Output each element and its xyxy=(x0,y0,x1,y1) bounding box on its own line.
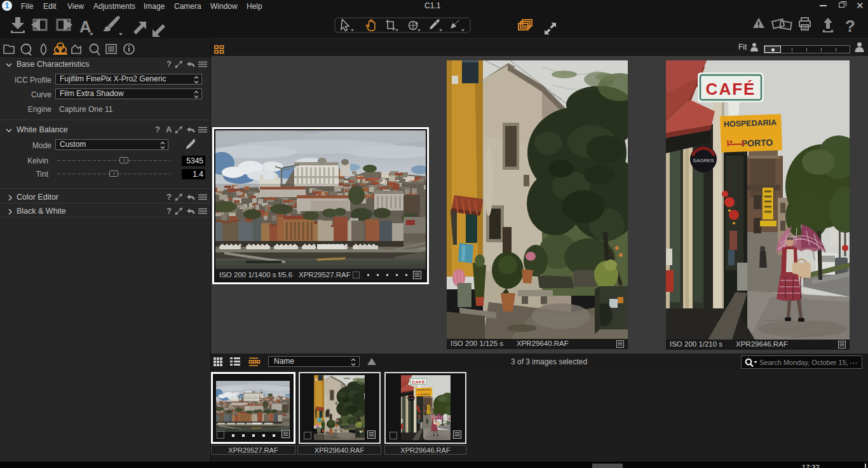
svg-text:?: ? xyxy=(166,192,172,202)
svg-text:CAFÉ: CAFÉ xyxy=(412,379,425,383)
svg-text:?: ? xyxy=(155,125,160,134)
svg-text:CAFÉ: CAFÉ xyxy=(706,79,756,99)
svg-text:HOSPEDARIA: HOSPEDARIA xyxy=(724,118,777,129)
svg-text:SAGRES: SAGRES xyxy=(408,397,414,399)
svg-text:A: A xyxy=(79,17,92,36)
svg-text:A: A xyxy=(166,125,172,134)
svg-text:HOSPEDARIA: HOSPEDARIA xyxy=(417,389,431,391)
svg-text:?: ? xyxy=(166,206,172,216)
svg-text:?: ? xyxy=(166,59,172,69)
svg-text:PORTO: PORTO xyxy=(742,137,773,149)
svg-text:PORTO: PORTO xyxy=(421,393,430,396)
svg-text:SAGRES: SAGRES xyxy=(693,158,714,163)
svg-text:?: ? xyxy=(845,17,855,36)
